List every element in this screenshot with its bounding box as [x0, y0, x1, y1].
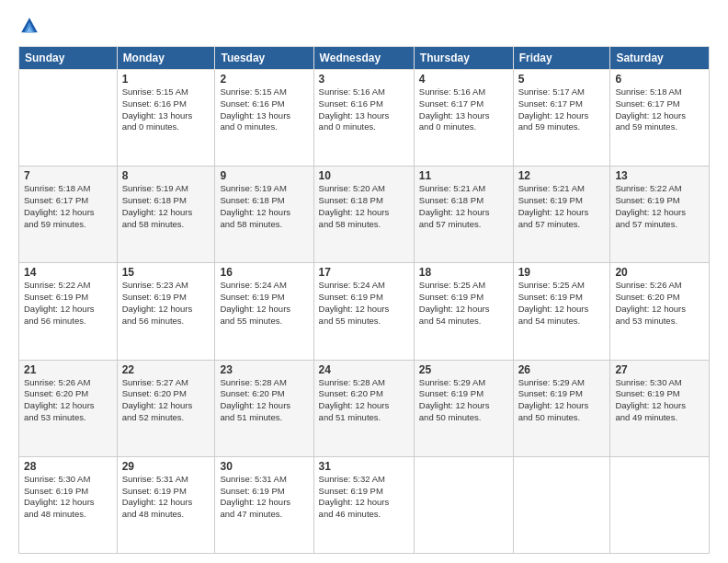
header-cell-tuesday: Tuesday — [215, 47, 313, 70]
day-cell: 19Sunrise: 5:25 AMSunset: 6:19 PMDayligh… — [513, 263, 610, 360]
day-info: Sunrise: 5:19 AMSunset: 6:18 PMDaylight:… — [122, 183, 210, 230]
day-number: 2 — [220, 73, 308, 86]
day-cell: 8Sunrise: 5:19 AMSunset: 6:18 PMDaylight… — [117, 167, 215, 263]
day-info: Sunrise: 5:27 AMSunset: 6:20 PMDaylight:… — [122, 377, 210, 424]
week-row-4: 21Sunrise: 5:26 AMSunset: 6:20 PMDayligh… — [19, 360, 710, 456]
week-row-3: 14Sunrise: 5:22 AMSunset: 6:19 PMDayligh… — [19, 263, 710, 360]
day-info: Sunrise: 5:17 AMSunset: 6:17 PMDaylight:… — [518, 86, 606, 133]
day-info: Sunrise: 5:16 AMSunset: 6:17 PMDaylight:… — [419, 86, 508, 133]
day-number: 7 — [24, 169, 112, 182]
day-cell: 24Sunrise: 5:28 AMSunset: 6:20 PMDayligh… — [313, 360, 414, 456]
day-number: 13 — [615, 169, 704, 182]
day-info: Sunrise: 5:28 AMSunset: 6:20 PMDaylight:… — [319, 377, 409, 424]
day-cell: 9Sunrise: 5:19 AMSunset: 6:18 PMDaylight… — [215, 167, 313, 263]
day-info: Sunrise: 5:24 AMSunset: 6:19 PMDaylight:… — [319, 280, 409, 327]
day-info: Sunrise: 5:21 AMSunset: 6:18 PMDaylight:… — [419, 183, 508, 230]
header-row: SundayMondayTuesdayWednesdayThursdayFrid… — [19, 47, 710, 70]
day-info: Sunrise: 5:24 AMSunset: 6:19 PMDaylight:… — [220, 280, 308, 327]
day-cell: 14Sunrise: 5:22 AMSunset: 6:19 PMDayligh… — [19, 263, 118, 360]
day-cell: 7Sunrise: 5:18 AMSunset: 6:17 PMDaylight… — [19, 167, 118, 263]
day-number: 4 — [419, 73, 508, 86]
calendar-header: SundayMondayTuesdayWednesdayThursdayFrid… — [19, 47, 710, 70]
day-number: 9 — [220, 169, 308, 182]
calendar-body: 1Sunrise: 5:15 AMSunset: 6:16 PMDaylight… — [19, 70, 710, 554]
day-cell: 4Sunrise: 5:16 AMSunset: 6:17 PMDaylight… — [414, 70, 513, 167]
day-number: 16 — [220, 266, 308, 279]
day-cell: 27Sunrise: 5:30 AMSunset: 6:19 PMDayligh… — [610, 360, 710, 456]
day-info: Sunrise: 5:29 AMSunset: 6:19 PMDaylight:… — [518, 377, 606, 424]
day-cell: 15Sunrise: 5:23 AMSunset: 6:19 PMDayligh… — [117, 263, 215, 360]
day-info: Sunrise: 5:20 AMSunset: 6:18 PMDaylight:… — [319, 183, 409, 230]
day-number: 20 — [615, 266, 704, 279]
day-cell: 25Sunrise: 5:29 AMSunset: 6:19 PMDayligh… — [414, 360, 513, 456]
day-info: Sunrise: 5:22 AMSunset: 6:19 PMDaylight:… — [615, 183, 704, 230]
day-number: 14 — [24, 266, 112, 279]
day-cell: 11Sunrise: 5:21 AMSunset: 6:18 PMDayligh… — [414, 167, 513, 263]
header-cell-friday: Friday — [513, 47, 610, 70]
page: SundayMondayTuesdayWednesdayThursdayFrid… — [0, 0, 728, 563]
day-info: Sunrise: 5:30 AMSunset: 6:19 PMDaylight:… — [615, 377, 704, 424]
day-cell: 5Sunrise: 5:17 AMSunset: 6:17 PMDaylight… — [513, 70, 610, 167]
day-number: 25 — [419, 363, 508, 376]
day-cell: 20Sunrise: 5:26 AMSunset: 6:20 PMDayligh… — [610, 263, 710, 360]
week-row-2: 7Sunrise: 5:18 AMSunset: 6:17 PMDaylight… — [19, 167, 710, 263]
week-row-5: 28Sunrise: 5:30 AMSunset: 6:19 PMDayligh… — [19, 456, 710, 553]
day-info: Sunrise: 5:16 AMSunset: 6:16 PMDaylight:… — [319, 86, 409, 133]
day-info: Sunrise: 5:18 AMSunset: 6:17 PMDaylight:… — [615, 86, 704, 133]
day-number: 26 — [518, 363, 606, 376]
day-number: 6 — [615, 73, 704, 86]
day-number: 12 — [518, 169, 606, 182]
day-info: Sunrise: 5:15 AMSunset: 6:16 PMDaylight:… — [220, 86, 308, 133]
header-cell-saturday: Saturday — [610, 47, 710, 70]
day-info: Sunrise: 5:25 AMSunset: 6:19 PMDaylight:… — [518, 280, 606, 327]
day-number: 30 — [220, 460, 308, 473]
header-cell-monday: Monday — [117, 47, 215, 70]
day-cell: 26Sunrise: 5:29 AMSunset: 6:19 PMDayligh… — [513, 360, 610, 456]
day-info: Sunrise: 5:25 AMSunset: 6:19 PMDaylight:… — [419, 280, 508, 327]
day-number: 21 — [24, 363, 112, 376]
day-cell: 1Sunrise: 5:15 AMSunset: 6:16 PMDaylight… — [117, 70, 215, 167]
day-info: Sunrise: 5:31 AMSunset: 6:19 PMDaylight:… — [220, 474, 308, 521]
day-info: Sunrise: 5:26 AMSunset: 6:20 PMDaylight:… — [24, 377, 112, 424]
day-number: 15 — [122, 266, 210, 279]
day-cell: 6Sunrise: 5:18 AMSunset: 6:17 PMDaylight… — [610, 70, 710, 167]
day-info: Sunrise: 5:26 AMSunset: 6:20 PMDaylight:… — [615, 280, 704, 327]
day-info: Sunrise: 5:23 AMSunset: 6:19 PMDaylight:… — [122, 280, 210, 327]
day-cell: 23Sunrise: 5:28 AMSunset: 6:20 PMDayligh… — [215, 360, 313, 456]
day-number: 1 — [122, 73, 210, 86]
day-info: Sunrise: 5:30 AMSunset: 6:19 PMDaylight:… — [24, 474, 112, 521]
day-cell: 30Sunrise: 5:31 AMSunset: 6:19 PMDayligh… — [215, 456, 313, 553]
day-info: Sunrise: 5:28 AMSunset: 6:20 PMDaylight:… — [220, 377, 308, 424]
day-number: 3 — [319, 73, 409, 86]
day-number: 22 — [122, 363, 210, 376]
day-cell: 28Sunrise: 5:30 AMSunset: 6:19 PMDayligh… — [19, 456, 118, 553]
day-cell: 18Sunrise: 5:25 AMSunset: 6:19 PMDayligh… — [414, 263, 513, 360]
day-cell: 22Sunrise: 5:27 AMSunset: 6:20 PMDayligh… — [117, 360, 215, 456]
day-number: 24 — [319, 363, 409, 376]
day-number: 11 — [419, 169, 508, 182]
day-cell — [414, 456, 513, 553]
day-cell: 17Sunrise: 5:24 AMSunset: 6:19 PMDayligh… — [313, 263, 414, 360]
day-number: 17 — [319, 266, 409, 279]
day-info: Sunrise: 5:18 AMSunset: 6:17 PMDaylight:… — [24, 183, 112, 230]
week-row-1: 1Sunrise: 5:15 AMSunset: 6:16 PMDaylight… — [19, 70, 710, 167]
day-number: 5 — [518, 73, 606, 86]
day-info: Sunrise: 5:29 AMSunset: 6:19 PMDaylight:… — [419, 377, 508, 424]
calendar-table: SundayMondayTuesdayWednesdayThursdayFrid… — [18, 46, 710, 554]
logo-icon — [18, 15, 40, 37]
logo — [18, 15, 44, 37]
day-number: 28 — [24, 460, 112, 473]
day-number: 31 — [319, 460, 409, 473]
day-number: 27 — [615, 363, 704, 376]
day-info: Sunrise: 5:22 AMSunset: 6:19 PMDaylight:… — [24, 280, 112, 327]
header — [18, 15, 710, 37]
day-info: Sunrise: 5:19 AMSunset: 6:18 PMDaylight:… — [220, 183, 308, 230]
day-cell: 10Sunrise: 5:20 AMSunset: 6:18 PMDayligh… — [313, 167, 414, 263]
day-cell: 3Sunrise: 5:16 AMSunset: 6:16 PMDaylight… — [313, 70, 414, 167]
day-number: 8 — [122, 169, 210, 182]
header-cell-thursday: Thursday — [414, 47, 513, 70]
day-cell — [513, 456, 610, 553]
day-cell: 29Sunrise: 5:31 AMSunset: 6:19 PMDayligh… — [117, 456, 215, 553]
day-info: Sunrise: 5:21 AMSunset: 6:19 PMDaylight:… — [518, 183, 606, 230]
day-cell: 16Sunrise: 5:24 AMSunset: 6:19 PMDayligh… — [215, 263, 313, 360]
